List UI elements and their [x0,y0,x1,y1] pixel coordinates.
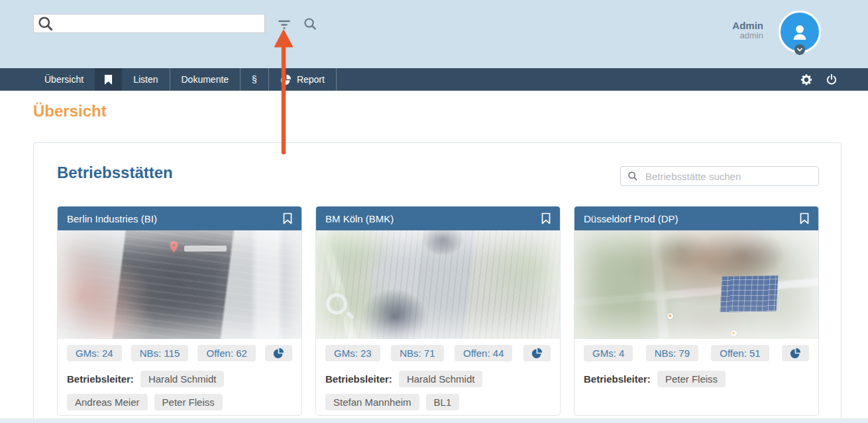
global-search-input[interactable] [57,14,264,33]
bottom-page-strip [0,418,868,423]
bookmark-outline-icon[interactable] [283,212,292,224]
manager-tag[interactable]: Harald Schmidt [140,371,225,387]
betriebsstaetten-panel: Betriebsstätten Berlin Industries (BI) [33,142,841,423]
manager-label: Betriebsleiter: [584,373,651,385]
manager-row: Betriebsleiter: Harald Schmidt [67,371,292,387]
pie-chart-button[interactable] [523,345,551,361]
solar-roof [720,275,778,312]
main-navbar: Übersicht Listen Dokumente § Report [0,68,868,91]
page-title: Übersicht [33,102,107,120]
bookmark-icon [104,74,113,85]
manager-tag[interactable]: Peter Fleiss [657,371,726,387]
secondary-search-icon[interactable] [303,17,319,32]
card-header[interactable]: Düsseldorf Prod (DP) [574,207,818,230]
chevron-down-icon[interactable] [794,44,805,55]
manager-row: Andreas Meier Peter Fleiss [67,394,292,410]
nav-item-report[interactable]: Report [269,68,337,91]
stats-row: GMs: 23 NBs: 71 Offen: 44 [325,345,551,361]
card-body: GMs: 4 NBs: 79 Offen: 51 Betriebsleiter:… [574,339,818,415]
power-icon[interactable] [826,73,838,85]
nav-label-listen: Listen [133,74,158,85]
manager-tag[interactable]: BL1 [426,394,460,410]
betriebsstaette-search-input[interactable] [644,170,812,183]
pie-chart-icon [280,74,292,85]
nav-label-uebersicht: Übersicht [44,74,83,85]
card-header[interactable]: Berlin Industries (BI) [58,207,301,230]
betriebsstaette-search-box[interactable] [620,166,819,186]
filter-icon[interactable] [276,17,292,32]
nav-item-dokumente[interactable]: Dokumente [170,68,241,91]
stat-offen[interactable]: Offen: 62 [197,345,255,361]
search-icon [627,171,638,181]
stat-nbs[interactable]: NBs: 71 [391,345,443,361]
section-title: Betriebsstätten [57,164,173,182]
manager-tag[interactable]: Peter Fleiss [154,394,223,410]
user-name: Admin [732,20,763,31]
site-card-duesseldorf: Düsseldorf Prod (DP) GMs: 4 NBs: 79 Offe… [574,206,819,416]
bookmark-outline-icon[interactable] [541,212,551,224]
gear-icon[interactable] [800,73,812,85]
site-card-koeln: BM Köln (BMK) GMs: 23 NBs: 71 Offen: 44 [315,206,561,416]
card-title: BM Köln (BMK) [325,213,394,224]
nav-item-bookmark[interactable] [95,68,122,91]
stat-nbs[interactable]: NBs: 79 [646,345,698,361]
nav-label-report: Report [297,74,325,85]
card-body: GMs: 23 NBs: 71 Offen: 44 Betriebsleiter… [316,339,560,415]
user-role: admin [732,31,763,41]
card-title: Berlin Industries (BI) [67,213,157,224]
search-icon [37,15,54,32]
manager-tag[interactable]: Andreas Meier [67,394,148,410]
top-header-bar: Admin admin [0,0,868,68]
pie-chart-button[interactable] [265,345,292,361]
satellite-map[interactable] [58,230,301,339]
bookmark-outline-icon[interactable] [800,212,809,224]
pie-chart-button[interactable] [782,345,809,361]
person-icon [789,21,810,42]
user-avatar[interactable] [779,11,821,53]
stat-gms[interactable]: GMs: 24 [67,345,122,361]
manager-tag[interactable]: Stefan Mannheim [325,394,419,410]
manager-label: Betriebsleiter: [325,373,392,385]
satellite-map[interactable] [574,230,818,339]
global-search-box[interactable] [33,14,265,33]
satellite-map[interactable] [316,230,560,339]
nav-label-paragraph: § [252,74,257,85]
manager-label: Betriebsleiter: [67,373,134,385]
nav-right-actions [800,68,868,91]
card-body: GMs: 24 NBs: 115 Offen: 62 Betriebsleite… [58,339,301,415]
map-marker-icon [667,313,673,319]
stat-offen[interactable]: Offen: 51 [711,345,769,361]
map-label [184,246,227,252]
nav-label-dokumente: Dokumente [182,74,229,85]
nav-item-listen[interactable]: Listen [122,68,170,91]
stats-row: GMs: 24 NBs: 115 Offen: 62 [67,345,292,361]
manager-row: Betriebsleiter: Harald Schmidt [325,371,551,387]
nav-item-paragraph[interactable]: § [241,68,269,91]
card-title: Düsseldorf Prod (DP) [584,213,678,224]
stat-gms[interactable]: GMs: 4 [584,345,633,361]
manager-row: Betriebsleiter: Peter Fleiss [584,371,809,387]
stat-nbs[interactable]: NBs: 115 [131,345,189,361]
stats-row: GMs: 4 NBs: 79 Offen: 51 [584,345,809,361]
site-cards-row: Berlin Industries (BI) GM [57,206,819,416]
manager-tag[interactable]: Harald Schmidt [399,371,483,387]
stat-gms[interactable]: GMs: 23 [325,345,380,361]
stat-offen[interactable]: Offen: 44 [455,345,512,361]
nav-item-uebersicht[interactable]: Übersicht [33,68,95,91]
user-info: Admin admin [732,20,763,41]
magnifier-watermark-icon [326,293,347,314]
map-marker-icon [731,330,737,336]
site-card-berlin: Berlin Industries (BI) GM [57,206,302,416]
card-header[interactable]: BM Köln (BMK) [316,207,560,230]
manager-row: Stefan Mannheim BL1 [325,394,551,410]
map-pin-icon [170,241,178,256]
